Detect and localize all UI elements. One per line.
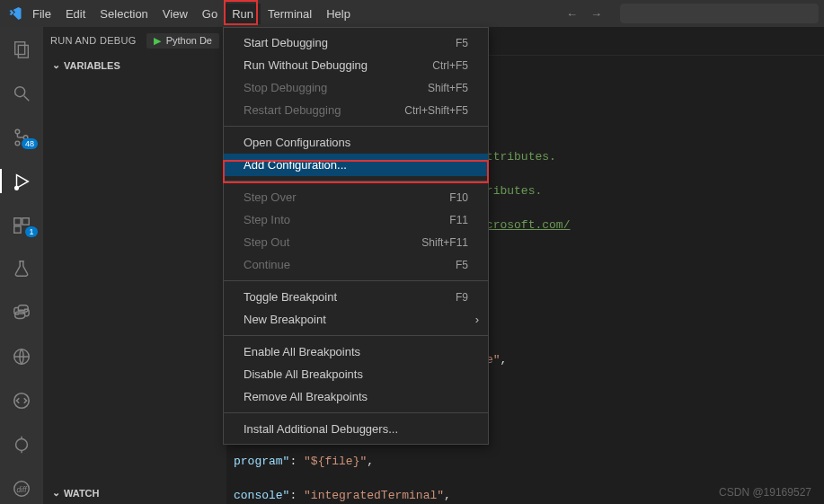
menu-help[interactable]: Help [319, 4, 358, 24]
menu-item-step-out: Step OutShift+F11 [224, 231, 488, 253]
command-center-search[interactable] [620, 4, 819, 23]
nav-forward-icon[interactable]: → [590, 7, 602, 21]
debug-start-button[interactable]: ▶ Python De [146, 33, 219, 49]
menu-item-start-debugging[interactable]: Start DebuggingF5 [224, 31, 488, 54]
svg-rect-11 [14, 226, 21, 233]
menu-item-label: Remove All Breakpoints [244, 390, 468, 403]
menu-item-enable-all-breakpoints[interactable]: Enable All Breakpoints [224, 340, 488, 363]
menu-view[interactable]: View [155, 4, 195, 24]
menu-separator [224, 280, 488, 281]
remote-icon[interactable] [0, 341, 43, 373]
svg-point-2 [15, 87, 25, 97]
menu-item-label: Step Over [244, 190, 449, 204]
menu-item-open-configurations[interactable]: Open Configurations [224, 131, 488, 154]
menubar: FileEditSelectionViewGoRunTerminalHelp [25, 4, 358, 24]
menu-item-new-breakpoint[interactable]: New Breakpoint [224, 308, 488, 331]
menu-separator [224, 126, 488, 127]
search-icon[interactable] [0, 78, 43, 110]
python-icon[interactable] [0, 297, 43, 329]
variables-label: VARIABLES [64, 60, 120, 71]
svg-point-14 [16, 438, 28, 450]
menu-item-label: Enable All Breakpoints [244, 345, 468, 358]
menu-item-label: Start Debugging [244, 36, 456, 49]
menu-item-stop-debugging: Stop DebuggingShift+F5 [224, 76, 488, 99]
activity-bar: 481diff [0, 27, 43, 504]
menu-item-label: Restart Debugging [244, 103, 404, 117]
menu-item-shortcut: F5 [456, 259, 468, 271]
chevron-down-icon: ⌄ [52, 487, 60, 499]
source-control-icon[interactable]: 48 [0, 122, 43, 154]
svg-point-4 [15, 129, 20, 134]
beaker-icon[interactable] [0, 253, 43, 285]
menu-item-label: Toggle Breakpoint [244, 290, 456, 304]
menu-separator [224, 181, 488, 181]
debug-sidebar: RUN AND DEBUG ▶ Python De ⌄ VARIABLES ⌄ … [43, 27, 226, 504]
svg-rect-9 [14, 217, 21, 224]
menu-run[interactable]: Run [225, 4, 261, 24]
menu-item-label: Continue [244, 258, 456, 271]
titlebar: FileEditSelectionViewGoRunTerminalHelp ←… [0, 0, 824, 27]
menu-item-shortcut: Shift+F5 [428, 82, 468, 94]
code-icon[interactable] [0, 385, 43, 417]
svg-rect-0 [15, 42, 25, 55]
menu-item-install-additional-debuggers[interactable]: Install Additional Debuggers... [224, 418, 488, 440]
watch-label: WATCH [64, 488, 100, 499]
menu-item-run-without-debugging[interactable]: Run Without DebuggingCtrl+F5 [224, 54, 488, 76]
vscode-logo-icon [5, 6, 25, 21]
menu-item-label: New Breakpoint [244, 313, 468, 326]
variables-section-header[interactable]: ⌄ VARIABLES [43, 54, 226, 76]
menu-separator [224, 412, 488, 413]
menu-item-shortcut: Shift+F11 [421, 236, 468, 249]
menu-selection[interactable]: Selection [93, 4, 155, 24]
menu-item-label: Run Without Debugging [244, 58, 432, 72]
menu-item-shortcut: Ctrl+F5 [432, 59, 468, 72]
menu-item-label: Install Additional Debuggers... [244, 422, 468, 436]
svg-rect-1 [18, 46, 28, 58]
svg-point-5 [15, 141, 20, 146]
menu-item-label: Disable All Breakpoints [244, 367, 468, 381]
nav-back-icon[interactable]: ← [566, 7, 578, 21]
menu-item-remove-all-breakpoints[interactable]: Remove All Breakpoints [224, 385, 488, 408]
svg-marker-7 [17, 175, 29, 189]
menu-item-disable-all-breakpoints[interactable]: Disable All Breakpoints [224, 363, 488, 385]
menu-separator [224, 335, 488, 336]
menu-item-add-configuration[interactable]: Add Configuration... [224, 154, 488, 176]
debug-sidebar-header: RUN AND DEBUG ▶ Python De [43, 27, 226, 54]
menu-item-restart-debugging: Restart DebuggingCtrl+Shift+F5 [224, 99, 488, 121]
menu-item-shortcut: F9 [456, 291, 468, 304]
menu-item-shortcut: F11 [449, 214, 468, 226]
variables-body [43, 76, 226, 482]
svg-text:diff: diff [16, 485, 27, 493]
watch-section-header[interactable]: ⌄ WATCH [43, 482, 226, 504]
play-icon: ▶ [154, 35, 161, 47]
menu-item-label: Stop Debugging [244, 81, 428, 94]
debug-config-name: Python De [166, 35, 212, 46]
menu-item-shortcut: Ctrl+Shift+F5 [404, 104, 468, 117]
menu-file[interactable]: File [25, 4, 58, 24]
svg-point-8 [15, 186, 19, 190]
menu-item-label: Add Configuration... [244, 158, 468, 172]
menu-item-label: Step Out [244, 235, 421, 249]
menu-item-label: Open Configurations [244, 136, 468, 149]
code-line: program": "${file}", [226, 454, 824, 471]
badge: 1 [25, 226, 38, 237]
svg-rect-10 [22, 217, 29, 224]
watermark: CSDN @19169527 [719, 486, 811, 499]
menu-go[interactable]: Go [195, 4, 225, 24]
extensions-icon[interactable]: 1 [0, 209, 43, 241]
badge: 48 [22, 138, 38, 149]
menu-item-shortcut: F5 [456, 37, 468, 49]
menu-item-label: Step Into [244, 213, 449, 226]
menu-item-toggle-breakpoint[interactable]: Toggle BreakpointF9 [224, 286, 488, 308]
explorer-icon[interactable] [0, 34, 43, 66]
menu-item-step-into: Step IntoF11 [224, 208, 488, 231]
nav-arrows: ← → [566, 0, 602, 27]
sync-icon[interactable] [0, 429, 43, 460]
svg-line-3 [24, 96, 30, 102]
menu-edit[interactable]: Edit [58, 4, 93, 24]
menu-item-step-over: Step OverF10 [224, 186, 488, 208]
diff-icon[interactable]: diff [0, 473, 43, 504]
menu-item-continue: ContinueF5 [224, 253, 488, 276]
menu-terminal[interactable]: Terminal [261, 4, 319, 24]
run-debug-icon[interactable] [0, 165, 43, 197]
